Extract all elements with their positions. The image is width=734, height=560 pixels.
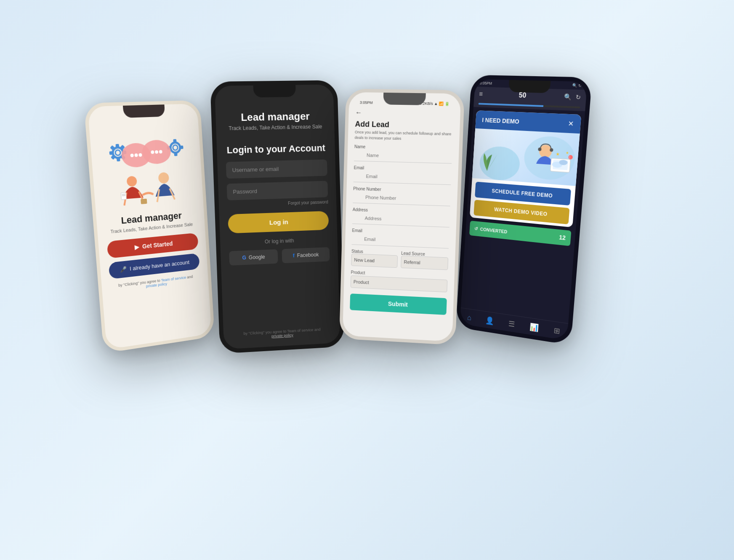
svg-rect-15 <box>179 146 184 149</box>
submit-button[interactable]: Submit <box>350 293 447 315</box>
demo-illustration: ★ ★ ! <box>472 128 580 186</box>
phone-2-login: Lead manager Track Leads, Take Action & … <box>210 80 344 354</box>
svg-line-28 <box>122 194 125 195</box>
phone-4-notch <box>508 80 551 93</box>
lead-source-select[interactable]: Referral <box>401 256 448 270</box>
email-input-wrapper: 👤 <box>354 170 452 185</box>
phones-container: Lead manager Track Leads, Take Action & … <box>72 48 662 512</box>
demo-close-button[interactable]: ✕ <box>568 120 574 128</box>
refresh-icon[interactable]: ↻ <box>575 93 581 101</box>
svg-point-24 <box>126 176 137 187</box>
svg-point-11 <box>173 145 178 150</box>
phone-1-footer: by "Clicking" you agree to Team of servi… <box>118 275 193 292</box>
phone-2-footer: by "Clicking" you agree to Team of servi… <box>243 323 321 340</box>
terms-link[interactable]: Team of service <box>161 275 186 283</box>
password-input[interactable] <box>227 181 328 200</box>
phone-3-content: 3:05PM 19.2KB/s ▲ 📶 🔋 ← Add Lead Once yo… <box>343 92 461 341</box>
phone-1-illustration <box>98 133 196 213</box>
svg-rect-4 <box>109 151 114 155</box>
phone-3-header: ← <box>355 105 454 122</box>
facebook-login-button[interactable]: f Facebook <box>282 247 330 263</box>
phone4-bottom-nav: ⌂ 👤 ☰ 📊 ⊞ <box>460 307 568 340</box>
phone4-icons: 🔍 ↻ <box>572 83 582 88</box>
svg-point-26 <box>158 172 169 184</box>
phone-3-add-lead: 3:05PM 19.2KB/s ▲ 📶 🔋 ← Add Lead Once yo… <box>339 89 465 345</box>
nav-list-icon[interactable]: ☰ <box>508 319 515 329</box>
converted-label: ↺ CONVERTED <box>474 226 508 235</box>
svg-rect-13 <box>174 152 177 156</box>
username-input[interactable] <box>226 159 327 179</box>
svg-point-1 <box>115 150 121 155</box>
phone-4-dashboard: 3:05PM 19.2KB/s 🔍 ↻ ≡ 50 🔍 ↻ <box>456 75 592 345</box>
google-login-button[interactable]: G Google <box>229 249 278 266</box>
facebook-icon: f <box>293 253 295 259</box>
phone-input-wrapper: 👤 <box>353 191 450 206</box>
back-button[interactable]: ← <box>355 109 362 116</box>
converted-count: 12 <box>559 234 566 241</box>
add-lead-subtitle: Once you add lead, you can schedule foll… <box>354 130 452 142</box>
forgot-password-link[interactable]: Forgot your password <box>288 200 328 205</box>
progress-fill <box>479 103 543 107</box>
header-icons: 🔍 ↻ <box>564 93 581 101</box>
phone-1-splash: Lead manager Track Leads, Take Action & … <box>84 100 215 353</box>
google-icon: G <box>242 255 246 261</box>
splash-illustration-svg <box>98 133 194 211</box>
status-col: Status New Lead <box>351 245 398 268</box>
svg-line-29 <box>122 195 125 196</box>
svg-point-10 <box>170 142 180 153</box>
phone3-status-time: 3:05PM <box>360 100 373 105</box>
svg-rect-2 <box>116 144 120 149</box>
svg-rect-12 <box>173 139 176 143</box>
svg-rect-25 <box>141 199 147 204</box>
status-source-row: Status New Lead Lead Source Referral <box>351 245 449 270</box>
counter-value: 50 <box>519 91 527 99</box>
phone-4-content: 3:05PM 19.2KB/s 🔍 ↻ ≡ 50 🔍 ↻ <box>460 79 587 340</box>
search-icon[interactable]: 🔍 <box>564 93 572 100</box>
phone-1-content: Lead manager Track Leads, Take Action & … <box>88 104 212 349</box>
hamburger-icon[interactable]: ≡ <box>479 90 483 98</box>
add-lead-title: Add Lead <box>355 120 453 131</box>
name-input-wrapper: 👤 <box>354 149 452 164</box>
phone-2-app-title: Lead manager <box>241 110 310 123</box>
demo-illustration-svg: ★ ★ ! <box>475 128 577 186</box>
svg-rect-3 <box>117 157 120 162</box>
phone-2-login-title: Login to your Account <box>226 142 325 157</box>
mic-icon: 🎤 <box>120 266 127 273</box>
svg-text:★: ★ <box>556 152 560 157</box>
phone-2-content: Lead manager Track Leads, Take Action & … <box>215 85 340 349</box>
phone-1-notch <box>123 104 165 118</box>
record-icon: ▶ <box>134 243 139 251</box>
svg-text:★: ★ <box>566 151 569 155</box>
lead-source-col: Lead Source Referral <box>401 247 449 270</box>
status-select[interactable]: New Lead <box>351 253 398 268</box>
phone-input[interactable] <box>353 191 450 206</box>
nav-table-icon[interactable]: ⊞ <box>553 326 560 336</box>
phone4-time: 3:05PM <box>480 81 492 85</box>
converted-icon: ↺ <box>474 226 478 231</box>
nav-home-icon[interactable]: ⌂ <box>467 313 471 322</box>
phone2-privacy-link[interactable]: private policy <box>271 333 293 339</box>
name-input[interactable] <box>354 149 452 164</box>
nav-person-icon[interactable]: 👤 <box>485 316 495 326</box>
demo-modal: I NEED DEMO ✕ <box>470 110 581 227</box>
phone-2-app-subtitle: Track Leads, Take Action & Increase Sale <box>229 124 322 132</box>
login-button[interactable]: Log in <box>228 211 329 233</box>
email-input[interactable] <box>354 170 452 185</box>
nav-chart-icon[interactable]: 📊 <box>529 322 539 333</box>
social-buttons: G Google f Facebook <box>229 247 330 266</box>
phone-3-notch <box>383 93 426 105</box>
phone-2-notch <box>253 85 296 98</box>
or-divider: Or log in with <box>265 237 294 245</box>
demo-modal-title: I NEED DEMO <box>482 116 519 125</box>
svg-rect-27 <box>121 192 126 200</box>
